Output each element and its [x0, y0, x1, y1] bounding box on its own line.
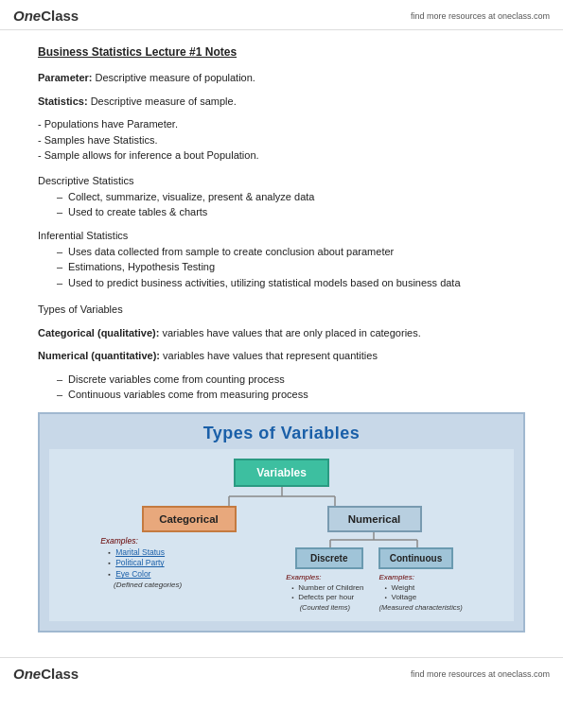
level2-row: Categorical Numerical	[59, 506, 504, 532]
inferential-statistics-title: Inferential Statistics	[38, 230, 525, 241]
continuous-detail: Examples: Weight Voltage (Measured chara…	[379, 573, 463, 613]
continuous-item-1: Voltage	[385, 593, 463, 603]
types-of-variables-heading: Types of Variables	[38, 302, 525, 318]
descriptive-statistics-title: Descriptive Statistics	[38, 175, 525, 186]
cat-examples-list: Marital Status Political Party Eye Color	[100, 547, 195, 581]
node-discrete: Discrete	[295, 547, 363, 569]
numerical-label: Numerical (quantitative):	[38, 350, 160, 361]
cat-examples-label: Examples:	[100, 536, 195, 546]
desc-bullet-2: Used to create tables & charts	[57, 204, 525, 220]
diagram-inner: Variables Categorical Numerical	[49, 449, 514, 622]
cat-note: (Defined categories)	[100, 581, 195, 589]
parameter-text: Descriptive measure of population.	[92, 72, 255, 83]
categorical-text: variables have values that are only plac…	[159, 327, 420, 338]
diagram-container: Types of Variables Variables Categorical	[38, 412, 525, 633]
inf-bullet-1: Uses data collected from sample to creat…	[57, 244, 525, 260]
numerical-para: Numerical (quantitative): variables have…	[38, 348, 525, 364]
header: OneClass find more resources at oneclass…	[0, 0, 563, 30]
num-bullet-1: Discrete variables come from counting pr…	[57, 372, 525, 388]
discrete-detail: Examples: Number of Children Defects per…	[286, 573, 363, 613]
discrete-list: Number of Children Defects per hour	[286, 583, 363, 604]
continuous-item-0: Weight	[385, 583, 463, 594]
parameter-label: Parameter:	[38, 72, 92, 83]
continuous-list: Weight Voltage	[379, 583, 463, 604]
numerical-subtree: Discrete Continuous Examples: Number of …	[286, 532, 463, 613]
level3-details: Examples: Number of Children Defects per…	[286, 573, 463, 613]
num-bullet-2: Continuous variables come from measuring…	[57, 387, 525, 403]
dash-bullets: - Populations have Parameter. - Samples …	[38, 116, 525, 164]
main-content: Business Statistics Lecture #1 Notes Par…	[0, 30, 563, 648]
descriptive-bullets: Collect, summarize, visualize, present &…	[38, 189, 525, 220]
footer-logo-class: Class	[41, 666, 79, 682]
discrete-examples-label: Examples:	[286, 573, 363, 581]
statistics-para: Statistics: Descriptive measure of sampl…	[38, 94, 525, 110]
dash-bullet-3: - Sample allows for inference a bout Pop…	[38, 147, 525, 164]
logo-class: Class	[41, 8, 79, 24]
cat-item-0: Marital Status	[108, 547, 195, 559]
desc-bullet-1: Collect, summarize, visualize, present &…	[57, 189, 525, 205]
footer-logo-one: One	[13, 666, 41, 682]
diagram-title: Types of Variables	[40, 414, 523, 449]
statistics-label: Statistics:	[38, 95, 88, 107]
categorical-detail: Examples: Marital Status Political Party…	[100, 532, 195, 590]
descriptive-statistics-section: Descriptive Statistics Collect, summariz…	[38, 175, 525, 220]
inf-bullet-2: Estimations, Hypothesis Testing	[57, 259, 525, 275]
categorical-para: Categorical (qualitative): variables hav…	[38, 325, 525, 341]
categorical-label: Categorical (qualitative):	[38, 327, 159, 338]
inferential-bullets: Uses data collected from sample to creat…	[38, 244, 525, 291]
continuous-note: (Measured characteristics)	[379, 603, 463, 612]
logo: OneClass	[13, 8, 79, 24]
dash-bullet-2: - Samples have Statistics.	[38, 132, 525, 148]
cat-item-2: Eye Color	[108, 569, 195, 581]
root-connector-svg	[187, 487, 377, 506]
doc-title: Business Statistics Lecture #1 Notes	[38, 45, 525, 59]
footer-logo: OneClass	[13, 666, 79, 682]
footer: OneClass find more resources at oneclass…	[0, 657, 563, 687]
parameter-para: Parameter: Descriptive measure of popula…	[38, 70, 525, 86]
numerical-text: variables have values that represent qua…	[160, 350, 378, 361]
spacer	[274, 506, 290, 532]
tree-root: Variables	[59, 459, 504, 487]
discrete-note: (Counted items)	[286, 603, 363, 612]
node-numerical: Numerical	[327, 506, 422, 532]
node-continuous: Continuous	[378, 547, 454, 569]
num-connector	[289, 532, 459, 547]
continuous-examples-label: Examples:	[379, 573, 463, 581]
discrete-item-1: Defects per hour	[291, 593, 363, 603]
numerical-bullets: Discrete variables come from counting pr…	[38, 372, 525, 403]
statistics-text: Descriptive measure of sample.	[88, 95, 237, 107]
dash-bullet-1: - Populations have Parameter.	[38, 116, 525, 132]
logo-one: One	[13, 8, 41, 24]
header-tagline: find more resources at oneclass.com	[411, 11, 550, 21]
level2-details: Examples: Marital Status Political Party…	[59, 532, 504, 613]
inferential-statistics-section: Inferential Statistics Uses data collect…	[38, 230, 525, 291]
node-categorical: Categorical	[142, 506, 237, 532]
node-variables: Variables	[234, 459, 329, 487]
level3-row: Discrete Continuous	[295, 547, 454, 569]
num-connector-svg	[289, 532, 459, 547]
discrete-item-0: Number of Children	[291, 583, 363, 594]
footer-tagline: find more resources at oneclass.com	[411, 669, 550, 679]
cat-item-1: Political Party	[108, 558, 195, 569]
inf-bullet-3: Used to predict business activities, uti…	[57, 275, 525, 291]
root-connector	[59, 487, 504, 506]
